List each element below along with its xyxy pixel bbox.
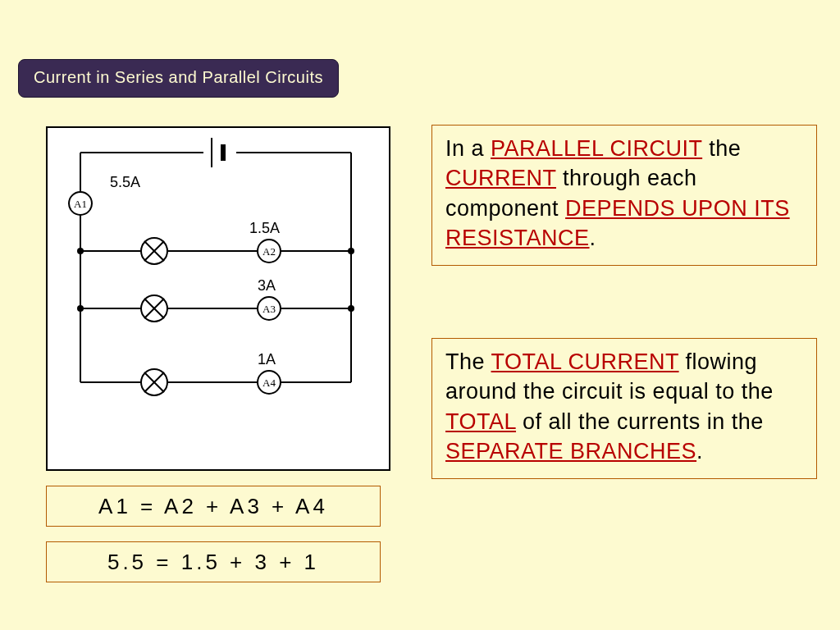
calculation-box: 5.5 = 1.5 + 3 + 1 xyxy=(46,541,381,582)
svg-point-24 xyxy=(348,248,354,254)
circuit-diagram: A1 A2 A3 A4 5.5A 1.5A 3A 1A xyxy=(46,126,390,471)
circuit-svg: A1 A2 A3 A4 xyxy=(48,128,389,469)
ammeter-a1-id: A1 xyxy=(74,198,87,210)
slide-title-text: Current in Series and Parallel Circuits xyxy=(34,68,323,86)
svg-point-23 xyxy=(77,248,84,254)
slide-title: Current in Series and Parallel Circuits xyxy=(18,59,339,98)
ammeter-a4-id: A4 xyxy=(262,377,276,389)
reading-a3: 3A xyxy=(258,277,276,294)
svg-point-26 xyxy=(348,305,354,312)
calculation-text: 5.5 = 1.5 + 3 + 1 xyxy=(107,550,319,575)
kw-total: total xyxy=(445,409,516,434)
kw-current: current xyxy=(445,166,556,190)
kw-total-current: total current xyxy=(491,349,679,374)
svg-point-25 xyxy=(77,305,84,312)
kw-separate-branches: separate branches xyxy=(445,439,696,463)
formula-text: A1 = A2 + A3 + A4 xyxy=(98,494,328,519)
explanation-panel-1: In a parallel circuit the current throug… xyxy=(431,125,817,266)
ammeter-a3-id: A3 xyxy=(262,303,276,315)
ammeter-a2-id: A2 xyxy=(262,245,276,258)
formula-box: A1 = A2 + A3 + A4 xyxy=(46,486,381,527)
reading-a1: 5.5A xyxy=(110,174,140,191)
reading-a4: 1A xyxy=(258,351,276,368)
explanation-panel-2: The total current flowing around the cir… xyxy=(431,338,817,479)
reading-a2: 1.5A xyxy=(249,220,280,237)
kw-parallel-circuit: parallel circuit xyxy=(491,136,702,161)
